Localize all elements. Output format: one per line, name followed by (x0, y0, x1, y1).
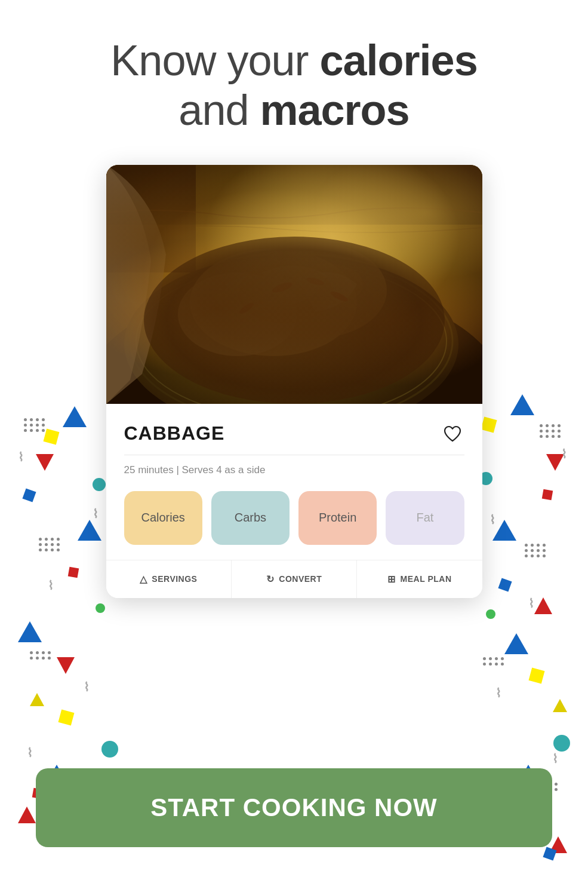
headline-line1-bold: calories (320, 36, 478, 84)
svg-rect-0 (106, 165, 482, 404)
card-header-row: CABBAGE (124, 422, 464, 446)
svg-point-11 (329, 289, 349, 303)
cta-section: START COOKING NOW (0, 768, 588, 883)
headline-line2-bold: macros (260, 86, 409, 134)
macro-pill-calories[interactable]: Calories (124, 491, 202, 545)
macro-pill-carbs[interactable]: Carbs (211, 491, 290, 545)
svg-point-5 (190, 249, 357, 356)
svg-point-7 (178, 272, 297, 356)
svg-point-1 (106, 284, 482, 404)
page-content: Know your calories and macros (0, 0, 588, 598)
svg-point-13 (291, 263, 363, 305)
headline-line1-normal: Know your (110, 36, 319, 84)
recipe-card: CABBAGE 25 minutes | Serves 4 as a side … (106, 165, 482, 598)
svg-point-4 (136, 263, 447, 404)
svg-rect-15 (106, 165, 482, 225)
headline-line2-normal: and (178, 86, 260, 134)
favorite-button[interactable] (441, 422, 464, 446)
macro-pills: Calories Carbs Protein Fat (124, 491, 464, 545)
servings-label: SERVINGS (152, 574, 197, 584)
svg-point-10 (238, 301, 255, 315)
meal-plan-icon: ⊞ (387, 574, 396, 585)
macro-pill-fat[interactable]: Fat (386, 491, 464, 545)
servings-button[interactable]: △ SERVINGS (106, 560, 232, 598)
svg-point-9 (306, 276, 325, 286)
action-buttons: △ SERVINGS ↻ CONVERT ⊞ MEAL PLAN (106, 560, 482, 598)
recipe-meta: 25 minutes | Serves 4 as a side (124, 464, 464, 476)
svg-point-12 (238, 263, 333, 323)
svg-point-8 (271, 280, 294, 295)
svg-point-3 (130, 257, 452, 404)
headline: Know your calories and macros (110, 36, 477, 135)
card-body: CABBAGE 25 minutes | Serves 4 as a side … (106, 404, 482, 598)
svg-point-6 (244, 243, 387, 338)
convert-button[interactable]: ↻ CONVERT (232, 560, 357, 598)
servings-icon: △ (140, 574, 147, 585)
divider-top (124, 455, 464, 455)
svg-rect-14 (106, 165, 196, 272)
meal-plan-label: MEAL PLAN (401, 574, 452, 584)
cta-label: START COOKING NOW (150, 793, 438, 822)
recipe-title: CABBAGE (124, 422, 225, 444)
food-image (106, 165, 482, 404)
start-cooking-button[interactable]: START COOKING NOW (36, 768, 552, 847)
meal-plan-button[interactable]: ⊞ MEAL PLAN (357, 560, 482, 598)
svg-point-2 (124, 255, 458, 404)
convert-label: CONVERT (279, 574, 322, 584)
macro-pill-protein[interactable]: Protein (298, 491, 377, 545)
convert-icon: ↻ (266, 574, 275, 585)
